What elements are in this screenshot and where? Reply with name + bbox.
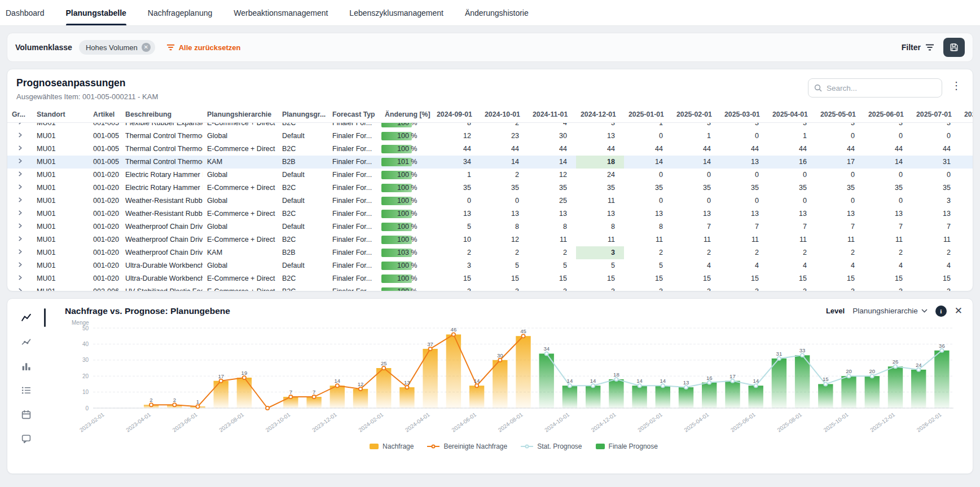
value-cell[interactable]: 15 xyxy=(624,272,672,285)
date-column-header[interactable]: 2025-08-01 xyxy=(960,107,973,122)
value-cell[interactable]: 44 xyxy=(864,143,912,156)
value-cell[interactable]: 15 xyxy=(912,272,960,285)
value-cell[interactable]: 14 xyxy=(672,156,720,169)
value-cell[interactable]: 3 xyxy=(912,285,960,291)
value-cell[interactable]: 11 xyxy=(768,233,816,246)
value-cell[interactable]: 12 xyxy=(528,169,576,181)
value-cell[interactable]: 17 xyxy=(816,156,864,169)
search-input[interactable] xyxy=(827,84,936,92)
value-cell[interactable]: 0 xyxy=(864,194,912,207)
table-row[interactable]: MU01001-005Thermal Control ThermocKAMB2B… xyxy=(7,156,973,169)
column-header[interactable]: Planungsgr... xyxy=(278,107,328,122)
value-cell[interactable]: 15 xyxy=(816,272,864,285)
value-cell[interactable]: 44 xyxy=(768,143,816,156)
value-cell[interactable]: 0 xyxy=(672,194,720,207)
value-cell[interactable]: 0 xyxy=(912,130,960,143)
value-cell[interactable]: 8 xyxy=(432,123,480,130)
value-cell[interactable]: 11 xyxy=(576,233,624,246)
date-column-header[interactable]: 2025-04-01 xyxy=(768,107,816,122)
value-cell[interactable]: 0 xyxy=(816,169,864,181)
table-row[interactable]: MU01001-020Weather-Resistant RubbeGlobal… xyxy=(7,194,973,207)
value-cell[interactable]: 0 xyxy=(672,169,720,181)
value-cell[interactable]: 5 xyxy=(480,259,528,272)
table-row[interactable]: MU01001-005Flexible Rubber ExpansioE-Com… xyxy=(7,123,973,130)
date-column-header[interactable]: 2025-01-01 xyxy=(624,107,672,122)
legend-item-nachfrage[interactable]: Nachfrage xyxy=(370,442,414,450)
value-cell[interactable]: 1 xyxy=(432,169,480,181)
value-cell[interactable]: 2 xyxy=(480,169,528,181)
value-cell[interactable]: 35 xyxy=(480,181,528,194)
row-expander-chevron[interactable] xyxy=(7,143,32,156)
date-column-header[interactable]: 2024-09-01 xyxy=(432,107,480,122)
row-expander-chevron[interactable] xyxy=(7,246,32,259)
value-cell[interactable]: 35 xyxy=(432,181,480,194)
chip-remove-icon[interactable]: ✕ xyxy=(142,43,151,52)
value-cell[interactable]: 8 xyxy=(528,220,576,233)
row-expander-chevron[interactable] xyxy=(7,123,32,130)
value-cell[interactable]: 7 xyxy=(768,220,816,233)
value-cell[interactable]: 14 xyxy=(864,156,912,169)
value-cell[interactable]: 44 xyxy=(912,143,960,156)
value-cell[interactable]: 0 xyxy=(768,169,816,181)
value-cell[interactable]: 11 xyxy=(816,233,864,246)
value-cell[interactable]: 2 xyxy=(864,246,912,259)
value-cell[interactable]: 14 xyxy=(480,156,528,169)
value-cell[interactable]: 13 xyxy=(960,207,973,220)
value-cell[interactable]: 7 xyxy=(960,220,973,233)
value-cell[interactable]: 11 xyxy=(912,233,960,246)
row-expander-chevron[interactable] xyxy=(7,181,32,194)
value-cell[interactable]: 14 xyxy=(624,156,672,169)
column-header[interactable]: Artikel xyxy=(89,107,121,122)
row-expander-chevron[interactable] xyxy=(7,156,32,169)
value-cell[interactable]: 0 xyxy=(864,169,912,181)
value-cell[interactable]: 0 xyxy=(720,194,768,207)
value-cell[interactable]: 2 xyxy=(432,246,480,259)
value-cell[interactable]: 2 xyxy=(480,246,528,259)
value-cell[interactable]: 15 xyxy=(960,272,973,285)
volume-filter-chip[interactable]: Hohes Volumen ✕ xyxy=(79,40,155,55)
row-expander-chevron[interactable] xyxy=(7,169,32,181)
value-cell[interactable]: 44 xyxy=(576,143,624,156)
value-cell[interactable]: 13 xyxy=(720,207,768,220)
value-cell[interactable]: 13 xyxy=(576,130,624,143)
table-row[interactable]: MU01001-020Weather-Resistant RubbeE-Comm… xyxy=(7,207,973,220)
value-cell[interactable]: 35 xyxy=(864,181,912,194)
value-cell[interactable]: 3 xyxy=(480,285,528,291)
table-row[interactable]: MU01001-005Thermal Control ThermocE-Comm… xyxy=(7,143,973,156)
value-cell[interactable]: 10 xyxy=(432,233,480,246)
table-row[interactable]: MU01001-005Thermal Control ThermocGlobal… xyxy=(7,130,973,143)
value-cell[interactable]: 7 xyxy=(864,220,912,233)
value-cell[interactable]: 13 xyxy=(480,207,528,220)
row-expander-chevron[interactable] xyxy=(7,194,32,207)
value-cell[interactable]: 13 xyxy=(816,207,864,220)
value-cell[interactable]: 24 xyxy=(576,169,624,181)
table-row[interactable]: MU01002-006UV-Stabilized Plastic FasE-Co… xyxy=(7,285,973,291)
value-cell[interactable]: 0 xyxy=(624,169,672,181)
value-cell[interactable]: 13 xyxy=(864,207,912,220)
reset-filters-button[interactable]: Alle zurücksetzen xyxy=(166,43,241,52)
date-column-header[interactable]: 2025-02-01 xyxy=(672,107,720,122)
date-column-header[interactable]: 2025-06-01 xyxy=(864,107,912,122)
value-cell[interactable]: 2 xyxy=(912,246,960,259)
value-cell[interactable]: 0 xyxy=(816,194,864,207)
value-cell[interactable]: 44 xyxy=(672,143,720,156)
value-cell[interactable]: 15 xyxy=(672,272,720,285)
value-cell[interactable]: 35 xyxy=(720,181,768,194)
level-select[interactable]: Planungshierarchie xyxy=(852,307,928,315)
tab-dashboard[interactable]: Dashboard xyxy=(6,0,45,25)
value-cell[interactable]: 15 xyxy=(864,272,912,285)
value-cell[interactable]: 31 xyxy=(912,156,960,169)
value-cell[interactable]: 5 xyxy=(432,220,480,233)
save-button[interactable] xyxy=(943,38,965,57)
legend-item-stat-prognose[interactable]: Stat. Prognose xyxy=(521,442,582,450)
overflow-menu-icon[interactable]: ⋮ xyxy=(951,81,961,91)
value-cell[interactable]: 44 xyxy=(480,143,528,156)
legend-item-finale-prognose[interactable]: Finale Prognose xyxy=(596,442,658,450)
row-expander-chevron[interactable] xyxy=(7,220,32,233)
value-cell[interactable]: 0 xyxy=(960,194,973,207)
value-cell[interactable]: 1 xyxy=(624,123,672,130)
tab-nderungshistorie[interactable]: Änderungshistorie xyxy=(465,0,529,25)
row-expander-chevron[interactable] xyxy=(7,259,32,272)
value-cell[interactable]: 44 xyxy=(816,143,864,156)
value-cell[interactable]: 5 xyxy=(528,259,576,272)
